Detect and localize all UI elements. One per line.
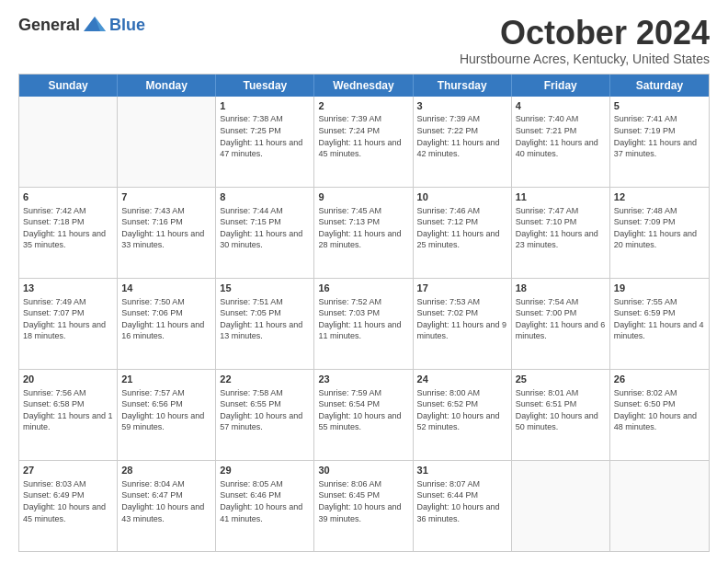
cell-info: Sunrise: 7:58 AM Sunset: 6:55 PM Dayligh…	[220, 387, 310, 433]
day-number: 22	[220, 373, 310, 386]
logo-blue: Blue	[109, 16, 145, 35]
cell-info: Sunrise: 7:57 AM Sunset: 6:56 PM Dayligh…	[121, 387, 211, 433]
cell-info: Sunrise: 7:53 AM Sunset: 7:02 PM Dayligh…	[417, 296, 507, 342]
cal-cell-1-1	[19, 97, 118, 187]
cal-cell-3-1: 13Sunrise: 7:49 AM Sunset: 7:07 PM Dayli…	[19, 279, 118, 369]
cal-cell-4-7: 26Sunrise: 8:02 AM Sunset: 6:50 PM Dayli…	[610, 370, 709, 460]
cell-info: Sunrise: 7:51 AM Sunset: 7:05 PM Dayligh…	[220, 296, 310, 342]
cal-cell-3-7: 19Sunrise: 7:55 AM Sunset: 6:59 PM Dayli…	[610, 279, 709, 369]
cell-info: Sunrise: 7:55 AM Sunset: 6:59 PM Dayligh…	[614, 296, 705, 342]
header-thursday: Thursday	[414, 75, 512, 97]
calendar-body: 1Sunrise: 7:38 AM Sunset: 7:25 PM Daylig…	[19, 97, 709, 551]
cell-info: Sunrise: 8:02 AM Sunset: 6:50 PM Dayligh…	[614, 387, 705, 433]
cal-cell-2-6: 11Sunrise: 7:47 AM Sunset: 7:10 PM Dayli…	[512, 188, 610, 278]
cell-info: Sunrise: 7:49 AM Sunset: 7:07 PM Dayligh…	[23, 296, 113, 342]
day-number: 23	[318, 373, 408, 386]
day-number: 7	[121, 190, 211, 204]
cell-info: Sunrise: 7:54 AM Sunset: 7:00 PM Dayligh…	[516, 296, 606, 342]
day-number: 6	[23, 190, 113, 204]
day-number: 29	[220, 464, 310, 477]
cell-info: Sunrise: 8:06 AM Sunset: 6:45 PM Dayligh…	[318, 478, 408, 524]
location: Hurstbourne Acres, Kentucky, United Stat…	[460, 52, 710, 66]
cal-week-2: 6Sunrise: 7:42 AM Sunset: 7:18 PM Daylig…	[19, 187, 709, 278]
cal-cell-1-4: 2Sunrise: 7:39 AM Sunset: 7:24 PM Daylig…	[314, 97, 413, 187]
day-number: 1	[220, 99, 310, 113]
header: General Blue October 2024 Hurstbourne Ac…	[18, 15, 710, 66]
cell-info: Sunrise: 7:47 AM Sunset: 7:10 PM Dayligh…	[516, 205, 606, 251]
cell-info: Sunrise: 8:01 AM Sunset: 6:51 PM Dayligh…	[516, 387, 606, 433]
header-tuesday: Tuesday	[216, 75, 314, 97]
day-number: 30	[318, 464, 408, 477]
day-number: 15	[220, 282, 310, 295]
day-number: 13	[23, 282, 113, 295]
cal-cell-3-3: 15Sunrise: 7:51 AM Sunset: 7:05 PM Dayli…	[216, 279, 314, 369]
cal-cell-1-6: 4Sunrise: 7:40 AM Sunset: 7:21 PM Daylig…	[512, 97, 610, 187]
cal-week-5: 27Sunrise: 8:03 AM Sunset: 6:49 PM Dayli…	[19, 460, 709, 551]
cell-info: Sunrise: 7:59 AM Sunset: 6:54 PM Dayligh…	[318, 387, 408, 433]
logo: General Blue	[18, 15, 145, 35]
header-friday: Friday	[512, 75, 610, 97]
day-number: 24	[417, 373, 507, 386]
header-sunday: Sunday	[19, 75, 118, 97]
cal-week-4: 20Sunrise: 7:56 AM Sunset: 6:58 PM Dayli…	[19, 369, 709, 460]
cal-week-1: 1Sunrise: 7:38 AM Sunset: 7:25 PM Daylig…	[19, 97, 709, 187]
cal-cell-3-4: 16Sunrise: 7:52 AM Sunset: 7:03 PM Dayli…	[314, 279, 413, 369]
cell-info: Sunrise: 7:41 AM Sunset: 7:19 PM Dayligh…	[614, 113, 705, 159]
cal-cell-2-2: 7Sunrise: 7:43 AM Sunset: 7:16 PM Daylig…	[118, 188, 216, 278]
day-number: 28	[121, 464, 211, 477]
cal-week-3: 13Sunrise: 7:49 AM Sunset: 7:07 PM Dayli…	[19, 278, 709, 369]
month-title: October 2024	[460, 15, 710, 52]
cal-cell-4-2: 21Sunrise: 7:57 AM Sunset: 6:56 PM Dayli…	[118, 370, 216, 460]
cal-cell-5-7	[610, 461, 709, 551]
cal-cell-5-2: 28Sunrise: 8:04 AM Sunset: 6:47 PM Dayli…	[118, 461, 216, 551]
cal-cell-4-6: 25Sunrise: 8:01 AM Sunset: 6:51 PM Dayli…	[512, 370, 610, 460]
cal-cell-5-5: 31Sunrise: 8:07 AM Sunset: 6:44 PM Dayli…	[414, 461, 512, 551]
cell-info: Sunrise: 7:48 AM Sunset: 7:09 PM Dayligh…	[614, 205, 705, 251]
day-number: 2	[318, 99, 408, 113]
day-number: 16	[318, 282, 408, 295]
cal-cell-5-3: 29Sunrise: 8:05 AM Sunset: 6:46 PM Dayli…	[216, 461, 314, 551]
cell-info: Sunrise: 7:40 AM Sunset: 7:21 PM Dayligh…	[516, 113, 606, 159]
cal-cell-3-6: 18Sunrise: 7:54 AM Sunset: 7:00 PM Dayli…	[512, 279, 610, 369]
cell-info: Sunrise: 7:46 AM Sunset: 7:12 PM Dayligh…	[417, 205, 507, 251]
cell-info: Sunrise: 7:38 AM Sunset: 7:25 PM Dayligh…	[220, 113, 310, 159]
logo-general: General	[18, 16, 80, 35]
calendar-header: Sunday Monday Tuesday Wednesday Thursday…	[19, 75, 709, 97]
cal-cell-2-7: 12Sunrise: 7:48 AM Sunset: 7:09 PM Dayli…	[610, 188, 709, 278]
cal-cell-3-5: 17Sunrise: 7:53 AM Sunset: 7:02 PM Dayli…	[414, 279, 512, 369]
cell-info: Sunrise: 8:07 AM Sunset: 6:44 PM Dayligh…	[417, 478, 507, 524]
title-block: October 2024 Hurstbourne Acres, Kentucky…	[460, 15, 710, 66]
day-number: 19	[614, 282, 705, 295]
cell-info: Sunrise: 8:03 AM Sunset: 6:49 PM Dayligh…	[23, 478, 113, 524]
day-number: 9	[318, 190, 408, 204]
day-number: 4	[516, 99, 606, 113]
cell-info: Sunrise: 7:56 AM Sunset: 6:58 PM Dayligh…	[23, 387, 113, 433]
cal-cell-1-3: 1Sunrise: 7:38 AM Sunset: 7:25 PM Daylig…	[216, 97, 314, 187]
day-number: 12	[614, 190, 705, 204]
cal-cell-2-3: 8Sunrise: 7:44 AM Sunset: 7:15 PM Daylig…	[216, 188, 314, 278]
day-number: 18	[516, 282, 606, 295]
cell-info: Sunrise: 8:00 AM Sunset: 6:52 PM Dayligh…	[417, 387, 507, 433]
cell-info: Sunrise: 7:43 AM Sunset: 7:16 PM Dayligh…	[121, 205, 211, 251]
cal-cell-4-3: 22Sunrise: 7:58 AM Sunset: 6:55 PM Dayli…	[216, 370, 314, 460]
cal-cell-1-7: 5Sunrise: 7:41 AM Sunset: 7:19 PM Daylig…	[610, 97, 709, 187]
day-number: 14	[121, 282, 211, 295]
cell-info: Sunrise: 7:44 AM Sunset: 7:15 PM Dayligh…	[220, 205, 310, 251]
day-number: 5	[614, 99, 705, 113]
cell-info: Sunrise: 8:04 AM Sunset: 6:47 PM Dayligh…	[121, 478, 211, 524]
day-number: 20	[23, 373, 113, 386]
header-monday: Monday	[118, 75, 216, 97]
day-number: 27	[23, 464, 113, 477]
cal-cell-4-1: 20Sunrise: 7:56 AM Sunset: 6:58 PM Dayli…	[19, 370, 118, 460]
cal-cell-3-2: 14Sunrise: 7:50 AM Sunset: 7:06 PM Dayli…	[118, 279, 216, 369]
cal-cell-5-6	[512, 461, 610, 551]
cal-cell-5-4: 30Sunrise: 8:06 AM Sunset: 6:45 PM Dayli…	[314, 461, 413, 551]
page: General Blue October 2024 Hurstbourne Ac…	[0, 0, 728, 563]
cell-info: Sunrise: 7:45 AM Sunset: 7:13 PM Dayligh…	[318, 205, 408, 251]
calendar: Sunday Monday Tuesday Wednesday Thursday…	[18, 74, 710, 552]
cell-info: Sunrise: 7:52 AM Sunset: 7:03 PM Dayligh…	[318, 296, 408, 342]
cal-cell-2-4: 9Sunrise: 7:45 AM Sunset: 7:13 PM Daylig…	[314, 188, 413, 278]
cal-cell-4-4: 23Sunrise: 7:59 AM Sunset: 6:54 PM Dayli…	[314, 370, 413, 460]
day-number: 8	[220, 190, 310, 204]
logo-icon	[82, 15, 108, 35]
